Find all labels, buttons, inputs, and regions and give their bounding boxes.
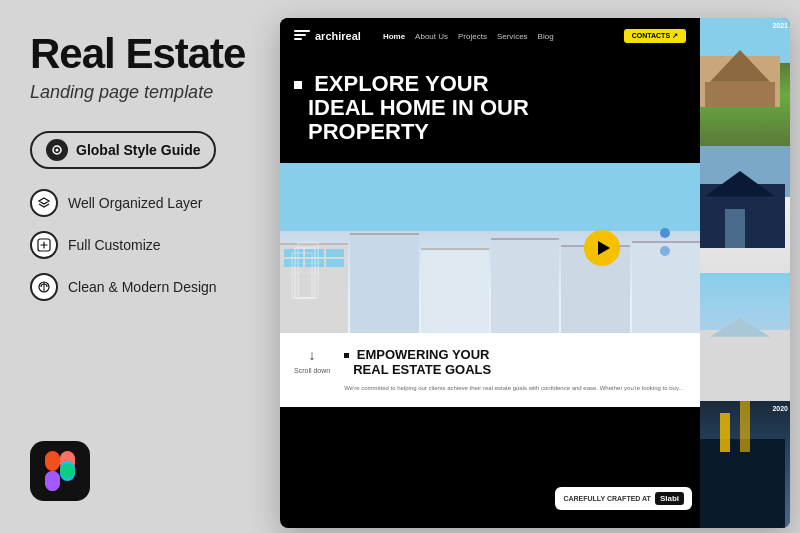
nav-link-about[interactable]: About Us	[415, 32, 448, 41]
crafted-text: CAREFULLY CRAFTED AT	[563, 495, 651, 502]
right-panel: 2021 2020	[280, 18, 790, 528]
slabs-brand: Slabi	[655, 492, 684, 505]
nav-link-home[interactable]: Home	[383, 32, 405, 41]
section2-title: EMPOWERING YOUR REAL ESTATE GOALS	[344, 347, 686, 378]
left-panel: Real Estate Landing page template Global…	[0, 0, 310, 533]
style-guide-label: Global Style Guide	[76, 142, 200, 158]
mock-logo-icon	[294, 30, 310, 42]
section2-body: We're committed to helping our clients a…	[344, 384, 686, 393]
crafted-badge: CAREFULLY CRAFTED AT Slabi	[555, 487, 692, 510]
feature-organized: Well Organized Layer	[30, 189, 280, 217]
right-strip: 2021 2020	[690, 18, 790, 528]
mock-logo-text: archireal	[315, 30, 361, 42]
arch-wireframe	[290, 228, 350, 308]
section2-bullet	[344, 353, 349, 358]
mock-hero-title: EXPLORE YOUR IDEAL HOME IN OUR PROPERTY	[294, 72, 686, 145]
strip-img-3	[690, 273, 790, 401]
year-label-1: 2021	[772, 22, 788, 29]
feature-design-label: Clean & Modern Design	[68, 279, 217, 295]
mock-nav-cta[interactable]: CONTACTS ↗	[624, 29, 686, 43]
strip-img-1: 2021	[690, 18, 790, 146]
decorative-dots	[660, 228, 670, 256]
feature-design: Clean & Modern Design	[30, 273, 280, 301]
subtitle: Landing page template	[30, 82, 280, 103]
mock-hero: EXPLORE YOUR IDEAL HOME IN OUR PROPERTY	[280, 54, 700, 163]
year-label-2: 2020	[772, 405, 788, 412]
scroll-down: ↓ Scroll down	[294, 347, 330, 393]
main-title: Real Estate	[30, 32, 280, 76]
design-icon	[30, 273, 58, 301]
layers-icon	[30, 189, 58, 217]
svg-point-9	[60, 464, 75, 479]
svg-point-1	[56, 149, 59, 152]
style-guide-badge: Global Style Guide	[30, 131, 216, 169]
section2-content: EMPOWERING YOUR REAL ESTATE GOALS We're …	[344, 347, 686, 393]
mock-section2: ↓ Scroll down EMPOWERING YOUR REAL ESTAT…	[280, 333, 700, 407]
hero-bullet	[294, 81, 302, 89]
nav-link-services[interactable]: Services	[497, 32, 528, 41]
mock-nav: archireal Home About Us Projects Service…	[280, 18, 700, 54]
website-mockup: archireal Home About Us Projects Service…	[280, 18, 700, 528]
sliders-icon	[30, 231, 58, 259]
features-list: Well Organized Layer Full Customize Cle	[30, 189, 280, 301]
building-3	[421, 248, 489, 333]
svg-rect-5	[45, 451, 60, 471]
play-button[interactable]	[584, 230, 620, 266]
strip-img-4: 2020	[690, 401, 790, 529]
feature-organized-label: Well Organized Layer	[68, 195, 202, 211]
nav-link-projects[interactable]: Projects	[458, 32, 487, 41]
feature-customize: Full Customize	[30, 231, 280, 259]
mock-house-img	[280, 163, 700, 333]
feature-customize-label: Full Customize	[68, 237, 161, 253]
mock-logo: archireal	[294, 30, 361, 42]
mock-nav-links: Home About Us Projects Services Blog	[383, 32, 554, 41]
building-4	[491, 238, 559, 333]
figma-logo	[30, 441, 90, 501]
svg-rect-10	[45, 471, 60, 491]
nav-link-blog[interactable]: Blog	[538, 32, 554, 41]
building-2	[350, 233, 418, 333]
strip-img-2	[690, 146, 790, 274]
style-guide-icon	[46, 139, 68, 161]
